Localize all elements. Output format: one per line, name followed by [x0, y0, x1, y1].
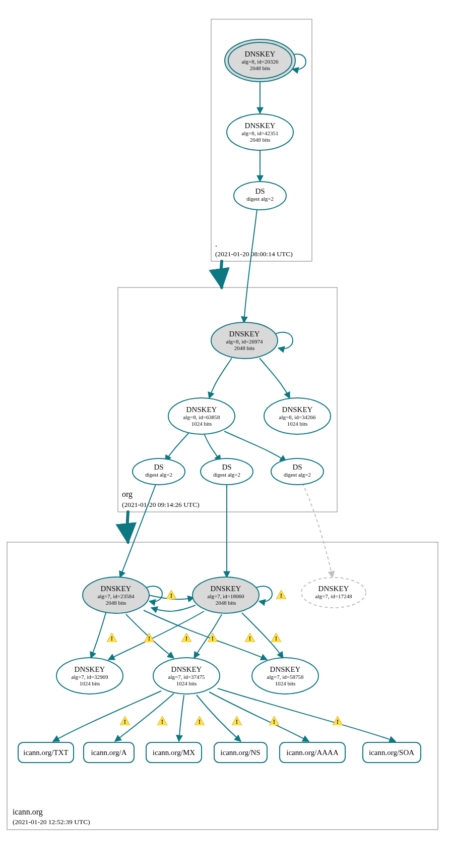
- svg-text:DNSKEY: DNSKEY: [75, 665, 105, 673]
- svg-text:alg=7, id=23584: alg=7, id=23584: [98, 593, 135, 599]
- svg-text:icann.org/SOA: icann.org/SOA: [369, 748, 414, 757]
- svg-text:DNSKEY: DNSKEY: [101, 585, 132, 593]
- svg-text:2048 bits: 2048 bits: [250, 137, 271, 143]
- node-dnskey-root-ksk: DNSKEY alg=8, id=20326 2048 bits: [225, 39, 295, 82]
- node-ds-org-3: DS digest alg=2: [271, 458, 324, 485]
- zone-org-label: org: [122, 490, 133, 499]
- svg-text:DS: DS: [154, 463, 163, 471]
- warning-icon: [245, 633, 255, 642]
- node-dnskey-org-zsk2: DNSKEY alg=8, id=34266 1024 bits: [264, 398, 331, 434]
- zone-icann-ts: (2021-01-20 12:52:39 UTC): [13, 818, 90, 826]
- svg-text:alg=8, id=26974: alg=8, id=26974: [226, 338, 263, 344]
- node-dnskey-icann-ksk3: DNSKEY alg=7, id=17248: [301, 577, 366, 608]
- svg-text:digest alg=2: digest alg=2: [213, 472, 240, 478]
- node-rr-soa: icann.org/SOA: [363, 742, 421, 763]
- node-rr-txt: icann.org/TXT: [18, 742, 74, 763]
- node-dnskey-icann-zsk2: DNSKEY alg=7, id=37475 1024 bits: [153, 658, 220, 694]
- edges: [53, 54, 396, 741]
- node-rr-ns: icann.org/NS: [214, 742, 267, 763]
- rrset-nodes: icann.org/TXT icann.org/A icann.org/MX i…: [18, 742, 421, 763]
- svg-text:alg=8, id=42351: alg=8, id=42351: [242, 130, 279, 136]
- svg-text:1024 bits: 1024 bits: [191, 421, 212, 427]
- svg-text:DNSKEY: DNSKEY: [270, 665, 301, 673]
- svg-text:1024 bits: 1024 bits: [176, 680, 197, 686]
- warning-icon: [333, 716, 343, 725]
- svg-text:alg=8, id=34266: alg=8, id=34266: [279, 414, 316, 420]
- svg-text:1024 bits: 1024 bits: [80, 680, 100, 686]
- zone-root-label: .: [215, 240, 217, 248]
- svg-text:alg=8, id=20326: alg=8, id=20326: [242, 59, 279, 65]
- zone-root-ts: (2021-01-20 08:00:14 UTC): [215, 250, 293, 258]
- warning-icon: [269, 716, 279, 725]
- node-ds-org-1: DS digest alg=2: [133, 458, 185, 485]
- node-dnskey-icann-ksk1: DNSKEY alg=7, id=23584 2048 bits: [83, 577, 149, 613]
- svg-text:1024 bits: 1024 bits: [287, 421, 308, 427]
- svg-point-46: [301, 577, 366, 608]
- svg-text:DNSKEY: DNSKEY: [211, 585, 241, 593]
- node-rr-a: icann.org/A: [84, 742, 134, 763]
- node-dnskey-icann-ksk2: DNSKEY alg=7, id=18060 2048 bits: [192, 577, 259, 613]
- node-rr-aaaa: icann.org/AAAA: [280, 742, 345, 763]
- zone-icann-label: icann.org: [13, 807, 43, 817]
- warning-icon: [157, 716, 167, 725]
- svg-text:icann.org/A: icann.org/A: [91, 748, 127, 757]
- svg-text:DNSKEY: DNSKEY: [282, 406, 313, 414]
- node-ds-root: DS digest alg=2: [234, 182, 286, 210]
- svg-text:DS: DS: [222, 463, 231, 471]
- svg-text:icann.org/TXT: icann.org/TXT: [23, 748, 68, 757]
- node-ds-org-2: DS digest alg=2: [201, 458, 253, 485]
- svg-text:DNSKEY: DNSKEY: [318, 585, 349, 593]
- svg-text:2048 bits: 2048 bits: [106, 600, 126, 606]
- node-dnskey-icann-zsk3: DNSKEY alg=7, id=58758 1024 bits: [252, 658, 318, 694]
- warning-icon: [276, 590, 286, 599]
- svg-text:alg=8, id=63858: alg=8, id=63858: [183, 414, 220, 420]
- warning-icon: [232, 716, 242, 725]
- svg-text:icann.org/AAAA: icann.org/AAAA: [286, 748, 339, 757]
- svg-text:1024 bits: 1024 bits: [275, 680, 296, 686]
- node-dnskey-org-ksk: DNSKEY alg=8, id=26974 2048 bits: [211, 322, 278, 359]
- svg-text:alg=7, id=58758: alg=7, id=58758: [267, 674, 304, 680]
- svg-text:DNSKEY: DNSKEY: [245, 50, 276, 58]
- svg-text:alg=7, id=17248: alg=7, id=17248: [315, 593, 352, 599]
- svg-text:digest alg=2: digest alg=2: [145, 472, 172, 478]
- node-rr-mx: icann.org/MX: [146, 742, 202, 763]
- svg-text:DNSKEY: DNSKEY: [186, 406, 217, 414]
- node-dnskey-icann-zsk1: DNSKEY alg=7, id=32969 1024 bits: [56, 658, 123, 694]
- node-dnskey-root-zsk: DNSKEY alg=8, id=42351 2048 bits: [227, 114, 293, 150]
- svg-text:icann.org/MX: icann.org/MX: [153, 748, 195, 757]
- svg-text:alg=7, id=37475: alg=7, id=37475: [168, 674, 205, 680]
- svg-text:alg=7, id=18060: alg=7, id=18060: [208, 593, 244, 599]
- svg-text:DS: DS: [255, 187, 265, 195]
- svg-text:alg=7, id=32969: alg=7, id=32969: [72, 674, 108, 680]
- svg-text:digest alg=2: digest alg=2: [246, 196, 274, 202]
- node-dnskey-org-zsk1: DNSKEY alg=8, id=63858 1024 bits: [168, 398, 235, 434]
- svg-text:DNSKEY: DNSKEY: [229, 330, 260, 338]
- svg-text:DS: DS: [292, 463, 302, 471]
- warning-icon: [195, 716, 205, 725]
- svg-text:2048 bits: 2048 bits: [216, 600, 236, 606]
- svg-text:icann.org/NS: icann.org/NS: [220, 748, 260, 757]
- warning-icon: [166, 590, 176, 599]
- warning-icon: [271, 633, 281, 642]
- svg-text:DNSKEY: DNSKEY: [171, 665, 202, 673]
- zone-org-ts: (2021-01-20 09:14:26 UTC): [122, 501, 200, 508]
- svg-text:2048 bits: 2048 bits: [250, 65, 271, 71]
- warning-icon: [120, 716, 130, 725]
- svg-text:DNSKEY: DNSKEY: [245, 122, 276, 130]
- svg-text:2048 bits: 2048 bits: [234, 345, 255, 351]
- svg-text:digest alg=2: digest alg=2: [284, 472, 311, 478]
- warning-icon: [181, 633, 191, 642]
- warning-icon: [107, 633, 117, 642]
